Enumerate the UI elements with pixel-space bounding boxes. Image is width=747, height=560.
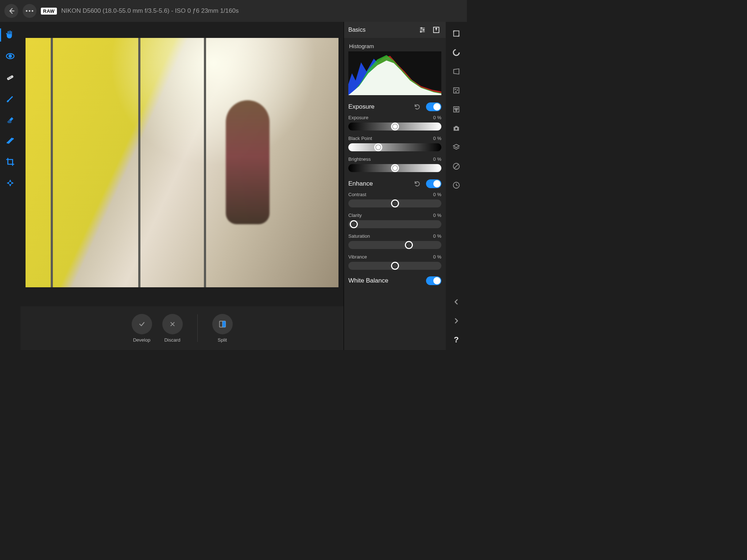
brush-tool[interactable] xyxy=(4,92,17,105)
develop-button[interactable]: Develop xyxy=(132,314,152,343)
gradient-tool[interactable] xyxy=(4,134,17,147)
bottom-action-bar: Develop Discard Split xyxy=(20,306,344,350)
pin-icon[interactable] xyxy=(431,25,441,35)
crop-tool[interactable] xyxy=(4,155,17,168)
no-symbol-icon[interactable] xyxy=(451,161,461,171)
photo-preview xyxy=(26,38,338,287)
svg-line-34 xyxy=(454,164,459,169)
svg-point-25 xyxy=(455,89,456,90)
exposure-section-title: Exposure xyxy=(348,103,375,110)
reset-enhance-icon[interactable] xyxy=(412,179,422,189)
exposure-slider[interactable] xyxy=(348,122,441,131)
brightness-slider[interactable] xyxy=(348,164,441,172)
svg-rect-22 xyxy=(454,31,459,36)
image-metadata: NIKON D5600 (18.0-55.0 mm f/3.5-5.6) - I… xyxy=(61,7,239,15)
svg-point-23 xyxy=(453,50,459,55)
vibrance-slider[interactable] xyxy=(348,262,441,270)
fullscreen-icon[interactable] xyxy=(451,28,461,39)
enhance-section-title: Enhance xyxy=(348,180,373,187)
svg-point-7 xyxy=(8,78,9,78)
perspective-icon[interactable] xyxy=(451,66,461,77)
histogram[interactable] xyxy=(348,51,441,95)
split-label: Split xyxy=(218,337,227,343)
svg-point-31 xyxy=(456,110,457,111)
vibrance-label: Vibrance xyxy=(348,254,367,260)
svg-point-8 xyxy=(10,77,11,78)
camera-icon[interactable] xyxy=(451,123,461,133)
svg-rect-6 xyxy=(7,75,14,80)
svg-rect-14 xyxy=(222,321,225,327)
saturation-label: Saturation xyxy=(348,233,370,239)
saturation-value: 0 % xyxy=(433,233,441,239)
discard-label: Discard xyxy=(164,337,180,343)
svg-point-18 xyxy=(421,27,422,28)
split-button[interactable]: Split xyxy=(212,314,233,343)
eraser-tool[interactable] xyxy=(4,113,17,126)
tool-strip xyxy=(0,22,20,350)
develop-label: Develop xyxy=(133,337,151,343)
overlay-tool[interactable] xyxy=(4,176,17,190)
history-icon[interactable] xyxy=(451,180,461,190)
back-button[interactable] xyxy=(4,4,18,18)
whitebalance-section-title: White Balance xyxy=(348,277,388,284)
enhance-toggle[interactable] xyxy=(426,179,441,188)
svg-point-5 xyxy=(9,55,12,58)
inspector-panel: Basics Histogram xyxy=(344,22,446,350)
noise-icon[interactable] xyxy=(451,85,461,96)
loading-spinner-icon[interactable] xyxy=(451,47,461,58)
saturation-slider[interactable] xyxy=(348,241,441,249)
exposure-label: Exposure xyxy=(348,115,368,120)
help-icon[interactable]: ? xyxy=(451,335,461,345)
inspector-title: Basics xyxy=(348,27,365,33)
blackpoint-slider[interactable] xyxy=(348,143,441,151)
divider xyxy=(197,314,198,342)
more-button[interactable] xyxy=(23,4,36,18)
brightness-label: Brightness xyxy=(348,156,371,162)
hand-tool[interactable] xyxy=(4,28,17,42)
svg-point-3 xyxy=(32,10,34,12)
svg-point-10 xyxy=(12,138,13,139)
exposure-value: 0 % xyxy=(433,115,441,120)
svg-point-19 xyxy=(423,29,424,30)
redeye-tool[interactable] xyxy=(4,50,17,63)
right-rail: ? xyxy=(446,22,467,350)
prev-icon[interactable] xyxy=(451,297,461,307)
contrast-value: 0 % xyxy=(433,192,441,197)
discard-button[interactable]: Discard xyxy=(162,314,183,343)
canvas-area[interactable] xyxy=(20,22,344,306)
layers-icon[interactable] xyxy=(451,142,461,152)
histogram-label: Histogram xyxy=(349,43,441,49)
svg-point-27 xyxy=(456,92,456,92)
svg-point-1 xyxy=(26,10,28,12)
blackpoint-value: 0 % xyxy=(433,136,441,141)
svg-point-29 xyxy=(454,108,456,109)
clarity-label: Clarity xyxy=(348,213,362,218)
reset-exposure-icon[interactable] xyxy=(412,102,422,112)
vibrance-value: 0 % xyxy=(433,254,441,260)
raw-badge: RAW xyxy=(41,8,57,15)
svg-point-30 xyxy=(457,108,458,109)
blackpoint-label: Black Point xyxy=(348,136,372,141)
svg-point-2 xyxy=(29,10,31,12)
adjust-sliders-icon[interactable] xyxy=(417,25,427,35)
top-bar: RAW NIKON D5600 (18.0-55.0 mm f/3.5-5.6)… xyxy=(0,0,467,22)
clarity-slider[interactable] xyxy=(348,220,441,228)
clarity-value: 0 % xyxy=(433,213,441,218)
channels-icon[interactable] xyxy=(451,104,461,114)
whitebalance-toggle[interactable] xyxy=(426,276,441,285)
brightness-value: 0 % xyxy=(433,156,441,162)
svg-point-32 xyxy=(455,128,457,130)
svg-point-26 xyxy=(457,90,458,90)
svg-point-9 xyxy=(7,142,8,143)
heal-tool[interactable] xyxy=(4,71,17,84)
contrast-label: Contrast xyxy=(348,192,366,197)
contrast-slider[interactable] xyxy=(348,199,441,207)
exposure-toggle[interactable] xyxy=(426,102,441,111)
next-icon[interactable] xyxy=(451,316,461,326)
svg-point-20 xyxy=(420,31,421,32)
inspector-header: Basics xyxy=(344,22,446,38)
